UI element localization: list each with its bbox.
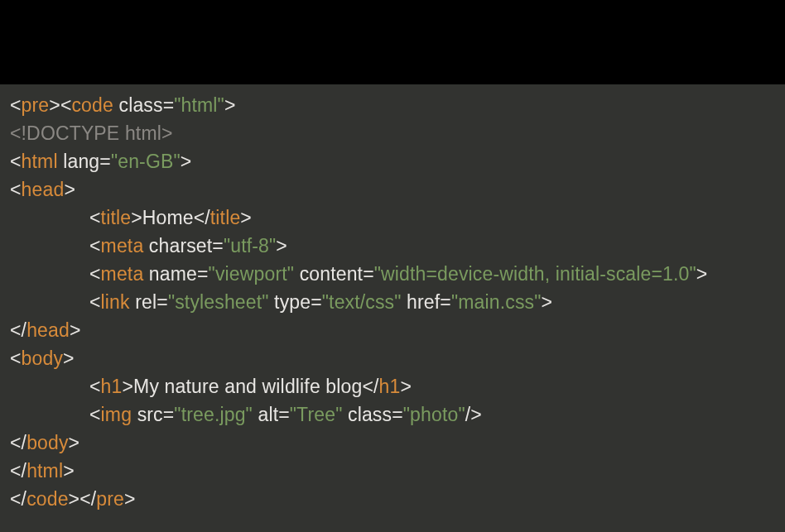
token-punct: =	[163, 94, 175, 116]
token-attr-value: "width=device-width, initial-scale=1.0"	[374, 263, 696, 285]
token-punct: >	[400, 376, 412, 397]
token-punct: =	[212, 235, 224, 256]
token-attr-value: "text/css"	[322, 291, 402, 313]
code-editor[interactable]: <pre><code class="html"><!DOCTYPE html><…	[0, 84, 785, 532]
code-line: <link rel="stylesheet" type="text/css" h…	[10, 288, 775, 316]
token-attr-name: href	[402, 291, 441, 313]
token-punct: </	[10, 319, 26, 341]
token-tag-name: html	[22, 151, 58, 172]
token-tag-name: pre	[22, 94, 50, 116]
token-tag-name: body	[26, 432, 68, 453]
token-punct: <	[89, 404, 101, 425]
token-attr-name: content	[294, 263, 363, 285]
token-punct: </	[194, 207, 210, 228]
code-line: <title>Home</title>	[10, 204, 775, 232]
code-line: <!DOCTYPE html>	[10, 119, 775, 147]
token-tag-name: pre	[96, 488, 124, 510]
token-punct: =	[440, 291, 451, 313]
token-attr-name: charset	[143, 235, 212, 256]
token-punct: </	[10, 460, 26, 482]
token-tag-name: code	[71, 94, 113, 116]
token-punct: </	[10, 488, 26, 510]
token-punct: =	[197, 263, 209, 285]
token-punct: <	[10, 94, 22, 116]
token-punct: />	[465, 404, 482, 425]
token-tag-name: html	[26, 460, 63, 482]
token-attr-name: alt	[253, 404, 278, 425]
token-tag-name: title	[101, 207, 132, 228]
token-punct: <	[89, 207, 101, 228]
token-attr-value: "utf-8"	[224, 235, 276, 256]
token-punct: =	[163, 404, 175, 425]
token-attr-name: rel	[130, 291, 157, 313]
token-punct: =	[278, 404, 290, 425]
token-punct: >	[63, 347, 75, 369]
token-punct: >	[70, 319, 81, 341]
token-punct: >	[131, 207, 142, 228]
token-tag-name: h1	[101, 376, 123, 397]
token-tag-name: img	[101, 404, 132, 425]
token-punct: >	[181, 151, 192, 172]
token-attr-value: "stylesheet"	[168, 291, 269, 313]
token-tag-name: head	[26, 319, 70, 341]
token-attr-value: "main.css"	[451, 291, 542, 313]
token-punct: >	[63, 460, 75, 482]
token-punct: <	[10, 151, 22, 172]
token-punct: >	[240, 207, 252, 228]
token-punct: =	[392, 404, 403, 425]
token-text: Home	[142, 207, 194, 228]
token-tag-name: code	[26, 488, 68, 510]
code-line: <html lang="en-GB">	[10, 147, 775, 175]
code-line: <pre><code class="html">	[10, 91, 775, 119]
token-tag-name: body	[22, 347, 63, 369]
token-tag-name: meta	[101, 235, 144, 256]
token-punct: ><	[49, 94, 71, 116]
token-attr-value: "en-GB"	[111, 151, 181, 172]
token-attr-name: type	[269, 291, 311, 313]
code-line: <meta name="viewport" content="width=dev…	[10, 260, 775, 288]
token-punct: >	[276, 235, 287, 256]
token-punct: >	[124, 488, 136, 510]
token-tag-name: head	[22, 179, 65, 200]
token-attr-value: "tree.jpg"	[174, 404, 253, 425]
token-punct: =	[311, 291, 322, 313]
token-attr-name: class	[113, 94, 163, 116]
token-punct: =	[157, 291, 168, 313]
token-attr-name: name	[143, 263, 197, 285]
token-punct: <	[89, 291, 101, 313]
token-tag-name: meta	[101, 263, 144, 285]
code-line: <body>	[10, 344, 775, 372]
token-attr-name: lang	[58, 151, 100, 172]
token-text: My nature and wildlife blog	[133, 376, 362, 397]
token-attr-value: "html"	[174, 94, 224, 116]
token-attr-value: "viewport"	[209, 263, 294, 285]
token-punct: >	[122, 376, 133, 397]
token-punct: =	[363, 263, 374, 285]
code-line: <img src="tree.jpg" alt="Tree" class="ph…	[10, 400, 775, 429]
token-tag-name: link	[101, 291, 130, 313]
token-punct: </	[10, 432, 26, 453]
code-line: <h1>My nature and wildlife blog</h1>	[10, 372, 775, 400]
token-punct: </	[362, 376, 378, 397]
code-line: </code></pre>	[10, 485, 775, 513]
token-punct: >	[224, 94, 236, 116]
token-doctype: <!DOCTYPE html>	[10, 122, 173, 144]
token-punct: <	[10, 179, 22, 200]
token-punct: <	[89, 376, 101, 397]
token-attr-name: src	[132, 404, 163, 425]
token-punct: =	[99, 151, 111, 172]
token-punct: >	[64, 179, 75, 200]
token-attr-value: "Tree"	[290, 404, 343, 425]
code-line: </head>	[10, 316, 775, 344]
token-tag-name: title	[210, 207, 241, 228]
token-attr-value: "photo"	[403, 404, 465, 425]
token-punct: <	[89, 235, 101, 256]
token-punct: >	[69, 432, 80, 453]
code-line: </body>	[10, 429, 775, 457]
token-punct: >	[696, 263, 708, 285]
code-line: <meta charset="utf-8">	[10, 232, 775, 260]
top-bar	[0, 0, 785, 84]
token-punct: ></	[69, 488, 97, 510]
token-punct: <	[10, 347, 22, 369]
token-attr-name: class	[342, 404, 392, 425]
